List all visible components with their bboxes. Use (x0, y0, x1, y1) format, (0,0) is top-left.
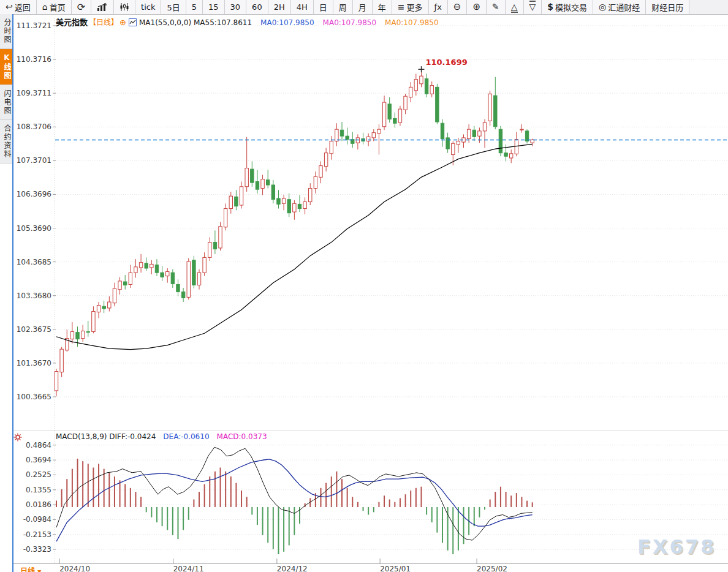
sidebar-tab-1[interactable]: K线图 (0, 49, 12, 85)
period-2h-button[interactable]: 2H (268, 0, 291, 14)
macd-diff-readout: MACD(13,8,9) DIFF:-0.0424 (56, 432, 156, 441)
price-tick-label: 104.3685 (13, 258, 51, 266)
price-tick-label: 105.3690 (13, 224, 51, 233)
volume-chart-button[interactable] (91, 0, 114, 14)
draw-icon: ✎ (492, 2, 499, 12)
period-4h-button[interactable]: 4H (291, 0, 314, 14)
high-price-annotation: 110.1699 (425, 58, 467, 67)
macd-header: MACD(13,8,9) DIFF:-0.0424DEA:-0.0610MACD… (56, 432, 267, 441)
macd-tick-label: -0.3323 (13, 545, 51, 554)
ma0-readout-orange: MA0:107.9850 (385, 18, 439, 27)
top-toolbar: ↩返回⌂首页⟳tick5日51530602H4H日周月年≡更多ƒx⊖⊕✎△▽$模… (0, 0, 728, 15)
home-icon: ⌂ (42, 2, 48, 12)
date-tick-label: 2025/02 (477, 565, 507, 572)
demo-trade-icon: $ (547, 2, 553, 12)
calendar-button[interactable]: 财经日历 (646, 0, 689, 14)
price-tick-label: 111.3721 (13, 21, 51, 30)
tick-button[interactable]: tick (135, 0, 161, 14)
ma1-readout: MA1(55,0,0,0) MA55:107.8611 (139, 18, 252, 27)
period-month-button[interactable]: 月 (353, 0, 373, 14)
macd-tick-label: -0.2153 (13, 530, 51, 539)
zoom-out-icon: ⊖ (453, 2, 461, 12)
ma0-readout-magenta: MA0:107.9850 (323, 18, 377, 27)
macd-tick-label: 0.0186 (13, 500, 51, 509)
triangle-up-button[interactable]: △ (506, 0, 524, 14)
sidebar-tab-0[interactable]: 分时图 (0, 14, 12, 49)
period-5-button[interactable]: 5 (186, 0, 203, 14)
refresh-icon: ⟳ (77, 2, 85, 12)
triangle-up-icon: △ (511, 2, 518, 12)
home-button[interactable]: ⌂首页 (37, 0, 72, 14)
zoom-in-icon: ⊕ (472, 2, 480, 12)
refresh-button[interactable]: ⟳ (72, 0, 91, 14)
fx678-news-icon: ◎ (599, 2, 606, 12)
main-chart-header: 美元指数【日线】⊕MA1(55,0,0,0) MA55:107.8611MA0:… (56, 16, 439, 28)
ma0-readout-blue: MA0:107.9850 (260, 18, 314, 27)
price-tick-label: 101.3670 (13, 359, 51, 367)
macd-tick-label: 0.2525 (13, 470, 51, 479)
price-tick-label: 110.3716 (13, 55, 51, 64)
volume-chart-icon (97, 3, 108, 11)
back-icon: ↩ (6, 2, 13, 12)
sidebar-tab-3[interactable]: 合约资料 (0, 120, 12, 164)
macd-value-readout: MACD:0.0373 (217, 432, 267, 441)
period-60-button[interactable]: 60 (246, 0, 268, 14)
macd-tick-label: 0.1355 (13, 486, 51, 494)
period-day-button[interactable]: 日 (314, 0, 333, 14)
candlestick-chart-canvas[interactable] (0, 0, 728, 572)
chevron-down-icon: ▾ (37, 567, 41, 572)
period-30-button[interactable]: 30 (225, 0, 247, 14)
price-tick-label: 108.3706 (13, 122, 51, 131)
macd-tick-label: -0.0984 (13, 515, 51, 524)
price-tick-label: 103.3680 (13, 292, 51, 300)
period-tag: 【日线】 (89, 18, 118, 27)
zoom-out-button[interactable]: ⊖ (448, 0, 468, 14)
price-tick-label: 100.3665 (13, 393, 51, 401)
candlestick-icon (119, 3, 129, 11)
zoom-in-button[interactable]: ⊕ (467, 0, 487, 14)
sidebar-tab-2[interactable]: 闪电图 (0, 85, 12, 120)
indicator-fx-button[interactable]: ƒx (429, 0, 448, 14)
period-week-button[interactable]: 周 (333, 0, 353, 14)
back-button[interactable]: ↩返回 (0, 0, 37, 14)
price-tick-label: 106.3696 (13, 190, 51, 198)
x-axis-strip: 日线 ▾ (13, 563, 728, 572)
macd-dea-readout: DEA:-0.0610 (163, 432, 209, 441)
period-selector[interactable]: 日线 ▾ (20, 565, 41, 572)
macd-tick-label: 0.3694 (13, 456, 51, 464)
demo-trade-button[interactable]: $模拟交易 (542, 0, 593, 14)
price-tick-label: 109.3711 (13, 89, 51, 97)
period-5d-button[interactable]: 5日 (161, 0, 186, 14)
period-15-button[interactable]: 15 (203, 0, 225, 14)
date-tick-label: 2025/01 (380, 565, 411, 572)
date-tick-label: 2024/12 (277, 565, 308, 572)
triangle-down-icon: ▽ (529, 2, 536, 12)
period-year-button[interactable]: 年 (373, 0, 392, 14)
trading-app-window: ↩返回⌂首页⟳tick5日51530602H4H日周月年≡更多ƒx⊖⊕✎△▽$模… (0, 0, 728, 572)
add-indicator-icon[interactable]: ⊕ (119, 18, 126, 27)
fx678-news-button[interactable]: ◎汇通财经 (593, 0, 646, 14)
price-tick-label: 107.3701 (13, 156, 51, 165)
more-button[interactable]: ≡更多 (392, 0, 429, 14)
macd-settings-icon[interactable] (13, 433, 22, 442)
left-sidebar: 分时图K线图闪电图合约资料 (0, 14, 13, 572)
date-tick-label: 2024/11 (173, 565, 204, 572)
candlestick-button[interactable] (114, 0, 135, 14)
date-tick-label: 2024/10 (59, 565, 90, 572)
triangle-down-button[interactable]: ▽ (524, 0, 542, 14)
macd-tick-label: 0.4864 (13, 441, 51, 450)
more-icon: ≡ (398, 2, 405, 12)
line-chart-icon[interactable] (129, 18, 137, 26)
symbol-name: 美元指数 (56, 18, 88, 27)
draw-button[interactable]: ✎ (487, 0, 506, 14)
price-tick-label: 102.3675 (13, 325, 51, 334)
